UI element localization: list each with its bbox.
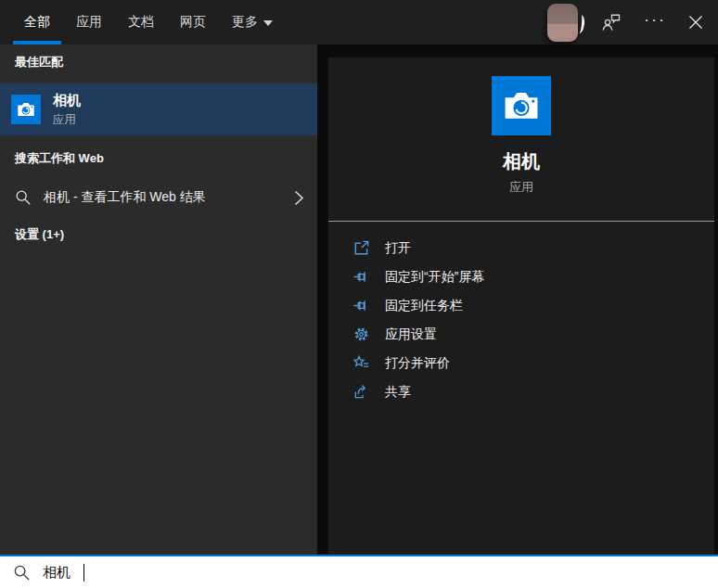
search-input[interactable]: 相机 [43,564,71,582]
action-open-label: 打开 [385,240,411,257]
text-caret [83,564,84,582]
share-icon [353,383,370,401]
chevron-right-icon [294,190,304,206]
windows-search-flyout: 全部 应用 文档 网页 更多 [0,0,718,588]
pin-icon [353,297,370,314]
action-open[interactable]: 打开 [353,234,714,262]
tab-web-label: 网页 [180,14,206,31]
search-web-header: 搜索工作和 Web [0,135,317,173]
settings-header: 设置 (1+) [0,211,317,249]
tab-apps[interactable]: 应用 [65,0,113,45]
best-match-title: 相机 [53,92,81,109]
tab-documents-label: 文档 [128,14,154,31]
launch-icon [353,239,370,257]
topbar-actions: ··· [547,0,718,45]
app-actions-list: 打开 固定到“开始”屏幕 固定到任务栏 [328,222,714,406]
app-title: 相机 [503,149,540,174]
tab-documents[interactable]: 文档 [117,0,165,45]
ellipsis-icon[interactable]: ··· [644,15,666,30]
action-rate-review-label: 打分并评价 [385,355,450,372]
search-web-result-label: 相机 - 查看工作和 Web 结果 [44,189,206,206]
chevron-down-icon [263,20,273,26]
search-bar[interactable]: 相机 [0,555,718,588]
camera-icon [11,95,41,124]
pin-icon [353,268,370,286]
tab-more[interactable]: 更多 [221,0,284,45]
action-app-settings[interactable]: 应用设置 [353,320,714,349]
star-list-icon [353,354,370,372]
search-icon [13,564,31,582]
action-app-settings-label: 应用设置 [385,326,437,343]
camera-icon [492,76,551,135]
best-match-header: 最佳匹配 [0,45,317,76]
close-icon[interactable] [688,15,703,30]
results-panel: 最佳匹配 相机 应用 搜索工作和 Web 相机 - 查看工作和 We [0,45,317,555]
action-pin-to-taskbar-label: 固定到任务栏 [385,298,463,314]
action-rate-review[interactable]: 打分并评价 [353,349,714,377]
user-avatar[interactable] [547,4,578,42]
feedback-icon[interactable] [600,12,622,32]
search-filter-bar: 全部 应用 文档 网页 更多 [0,0,718,45]
best-match-result-camera[interactable]: 相机 应用 [0,83,317,135]
filter-tabs: 全部 应用 文档 网页 更多 [0,0,286,45]
action-share-label: 共享 [385,384,411,401]
gear-icon [353,326,370,343]
best-match-subtitle: 应用 [53,112,81,128]
tab-apps-label: 应用 [76,14,102,31]
tab-more-label: 更多 [232,14,258,31]
search-icon [15,189,32,206]
tab-all-label: 全部 [24,14,50,31]
action-pin-to-start[interactable]: 固定到“开始”屏幕 [353,262,714,291]
app-type-label: 应用 [509,179,533,196]
action-pin-to-start-label: 固定到“开始”屏幕 [385,269,484,286]
app-detail-panel: 相机 应用 打开 固定到“开始”屏幕 [328,58,714,555]
action-share[interactable]: 共享 [353,377,714,406]
search-web-result-row[interactable]: 相机 - 查看工作和 Web 结果 [0,184,317,211]
action-pin-to-taskbar[interactable]: 固定到任务栏 [353,291,714,320]
tab-all[interactable]: 全部 [13,0,61,45]
tab-web[interactable]: 网页 [169,0,217,45]
